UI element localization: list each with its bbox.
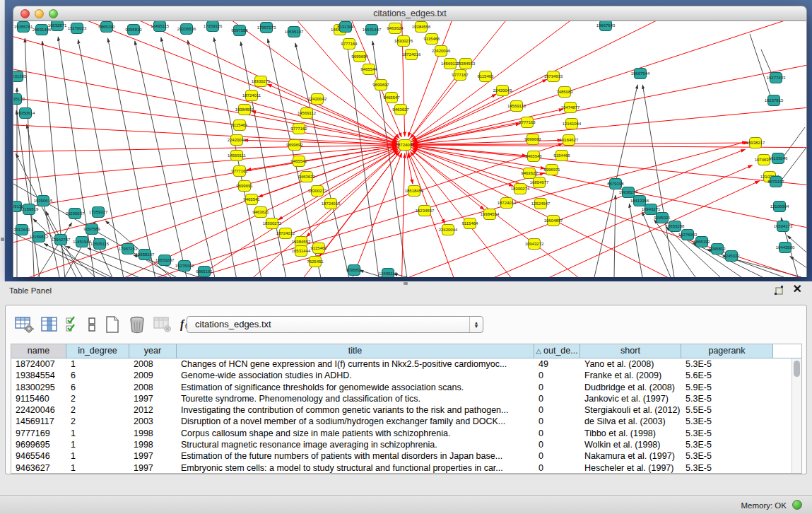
graph-node[interactable]: 9095812: [709, 244, 726, 255]
memory-status-indicator-icon[interactable]: [792, 500, 802, 510]
graph-node[interactable]: 9095811: [346, 265, 363, 276]
graph-node[interactable]: 9465542: [290, 156, 307, 167]
graph-node[interactable]: 19355761: [14, 22, 33, 33]
graph-node[interactable]: 9777163: [519, 117, 536, 128]
table-mode-icon[interactable]: [14, 315, 34, 334]
graph-node[interactable]: 16531447: [363, 25, 382, 35]
graph-node[interactable]: 18300273: [308, 186, 327, 197]
graph-node[interactable]: 9115466: [424, 34, 441, 45]
graph-node[interactable]: 19277433: [767, 73, 786, 83]
column-header-year[interactable]: year: [129, 344, 177, 358]
table-row[interactable]: 969969511998Structural magnetic resonanc…: [11, 439, 801, 450]
graph-node[interactable]: 9097588: [231, 25, 248, 36]
table-row[interactable]: 1938455462009Genome-wide association stu…: [11, 370, 801, 381]
graph-node[interactable]: 9245022: [723, 251, 740, 262]
graph-node[interactable]: 18300272: [263, 218, 282, 229]
column-header-pagerank[interactable]: pagerank: [681, 344, 773, 358]
graph-node[interactable]: 14569117: [441, 59, 460, 69]
graph-node[interactable]: 12524947: [531, 199, 551, 209]
graph-node[interactable]: 9777162: [290, 124, 307, 134]
graph-node[interactable]: 9463624: [387, 23, 404, 34]
splitter-grip-icon[interactable]: [1, 238, 4, 241]
graph-node[interactable]: 9115462: [311, 243, 328, 254]
column-header-title[interactable]: title: [177, 344, 534, 358]
graph-node[interactable]: 19350614: [16, 108, 35, 119]
graph-node[interactable]: 18237815: [765, 95, 784, 106]
graph-node[interactable]: 20331305: [13, 71, 27, 82]
graph-node[interactable]: 18724011: [242, 90, 261, 101]
network-canvas[interactable]: 1830027118724011193845519115461224200411…: [13, 21, 807, 277]
graph-node[interactable]: 15276003: [678, 230, 698, 240]
table-selector-dropdown[interactable]: citations_edges.txt ▲▼: [187, 316, 483, 333]
graph-node[interactable]: 10443500: [776, 243, 795, 253]
graph-node[interactable]: 22420046: [432, 46, 451, 57]
graph-node[interactable]: 11451944: [73, 237, 92, 247]
graph-node[interactable]: 9699697: [372, 80, 389, 90]
graph-node[interactable]: 16504173: [774, 221, 793, 232]
graph-node[interactable]: 18300276: [394, 36, 413, 47]
graph-node[interactable]: 9115464: [462, 218, 479, 229]
graph-node[interactable]: 9115461: [232, 120, 249, 131]
zoom-window-button[interactable]: [49, 9, 58, 18]
graph-node[interactable]: 9777167: [452, 70, 469, 81]
graph-node[interactable]: 17957273: [257, 23, 276, 33]
graph-node[interactable]: 14569113: [507, 101, 526, 112]
table-row[interactable]: 977716911998Corpus callosum shape and si…: [11, 428, 801, 439]
table-row[interactable]: 946362711997Embryonic stem cells: a mode…: [11, 462, 801, 474]
graph-node[interactable]: 9465543: [525, 151, 542, 162]
minimize-window-button[interactable]: [35, 9, 44, 18]
graph-node[interactable]: 9465541: [243, 194, 260, 205]
graph-node[interactable]: 8131304: [337, 22, 354, 33]
new-column-icon[interactable]: [103, 315, 122, 334]
graph-node[interactable]: 12505115: [90, 239, 110, 250]
graph-node[interactable]: 20206536: [177, 24, 196, 35]
graph-node[interactable]: 9154469: [553, 151, 570, 161]
show-columns-icon[interactable]: [40, 315, 59, 334]
graph-node[interactable]: 8679197: [767, 177, 784, 187]
row-height-icon[interactable]: [87, 315, 97, 334]
graph-node[interactable]: 19384551: [235, 105, 254, 115]
graph-node[interactable]: 9463627: [392, 105, 409, 115]
graph-node[interactable]: 18300274: [511, 184, 530, 194]
graph-node[interactable]: 6865192: [693, 237, 710, 247]
graph-node[interactable]: 9465544: [360, 64, 377, 75]
graph-node[interactable]: 9465547: [383, 93, 400, 103]
delete-column-trash-icon[interactable]: [128, 315, 146, 334]
graph-node[interactable]: 15276002: [175, 261, 194, 271]
select-rows-icon[interactable]: [65, 315, 81, 334]
graph-node[interactable]: 10653287: [155, 255, 175, 266]
graph-node[interactable]: 19734933: [544, 71, 563, 82]
table-row[interactable]: 911546021997Tourette syndrome. Phenomeno…: [11, 393, 801, 404]
table-row[interactable]: 1872400712008Changes of HCN gene express…: [11, 358, 801, 370]
graph-node[interactable]: 9115463: [478, 71, 495, 82]
column-header-out_de[interactable]: △out_de...: [534, 344, 580, 358]
graph-node[interactable]: 10943272: [525, 239, 544, 250]
graph-node[interactable]: 17359327: [89, 207, 108, 218]
graph-node[interactable]: 10604897: [544, 216, 563, 226]
graph-node[interactable]: 8679198: [607, 179, 624, 189]
graph-node[interactable]: 9777161: [231, 166, 248, 177]
column-header-name[interactable]: name: [11, 344, 66, 358]
graph-node[interactable]: 12495115: [151, 21, 170, 32]
float-panel-button[interactable]: [774, 285, 785, 296]
graph-node[interactable]: 9699693: [524, 134, 541, 145]
graph-node[interactable]: 19384556: [412, 22, 431, 33]
close-panel-button[interactable]: ✕: [793, 284, 802, 295]
graph-node[interactable]: 9699692: [286, 140, 303, 151]
graph-node[interactable]: 20206537: [66, 209, 85, 219]
graph-node[interactable]: 9095810: [125, 25, 142, 35]
graph-node[interactable]: 9699691: [236, 181, 253, 192]
graph-node[interactable]: 7625451: [307, 257, 324, 267]
graph-node[interactable]: 22420044: [439, 225, 458, 235]
graph-node[interactable]: 19384554: [481, 209, 500, 220]
graph-node[interactable]: 16531444: [292, 246, 311, 257]
graph-node[interactable]: 9463622: [298, 172, 315, 182]
graph-node[interactable]: 6865191: [196, 267, 213, 277]
network-window-titlebar[interactable]: citations_edges.txt: [13, 6, 807, 21]
graph-node[interactable]: 17359326: [204, 21, 223, 32]
graph-node[interactable]: 10595107: [285, 27, 304, 37]
graph-node[interactable]: 10474877: [561, 103, 580, 113]
scrollbar-thumb[interactable]: [794, 361, 800, 377]
graph-node[interactable]: 15938217: [746, 138, 765, 148]
graph-node[interactable]: 12106304: [770, 201, 789, 212]
